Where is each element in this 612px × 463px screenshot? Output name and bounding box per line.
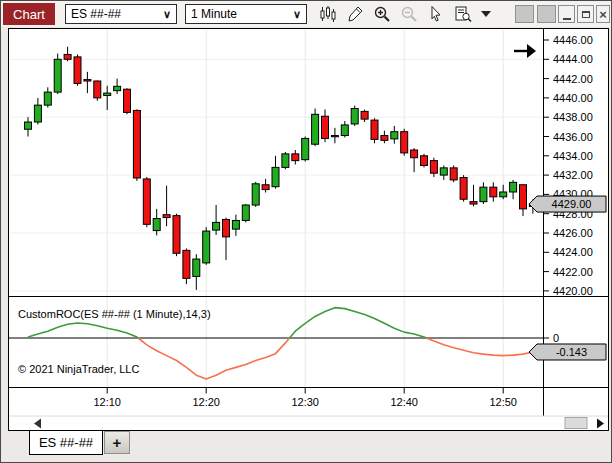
candle-body (292, 154, 299, 161)
report-button[interactable] (452, 4, 474, 24)
price-axis-label: 4420.00 (553, 285, 593, 297)
time-axis-label: 12:20 (192, 396, 220, 408)
restore-icon (582, 11, 590, 18)
close-icon: × (599, 7, 607, 22)
chevron-down-icon: ∨ (293, 8, 301, 21)
candle-body (282, 154, 289, 168)
scrollbar-thumb[interactable] (565, 418, 587, 429)
candle-body (510, 182, 517, 192)
candle-body (173, 216, 180, 254)
chart-title-label: Chart (13, 7, 45, 22)
restore-button[interactable] (577, 5, 594, 23)
candle-body (223, 219, 230, 236)
candle-body (64, 54, 71, 59)
dropdown-arrow-icon (481, 11, 491, 17)
toolbar: Chart ES ##-## ∨ 1 Minute ∨ (1, 1, 611, 27)
candle-body (203, 231, 210, 263)
candle-body (411, 150, 418, 158)
candle-body (520, 185, 527, 209)
zoom-in-button[interactable] (371, 4, 393, 24)
price-axis-label: 4436.00 (553, 131, 593, 143)
price-axis-label: 4446.00 (553, 34, 593, 46)
instrument-select[interactable]: ES ##-## ∨ (65, 4, 177, 24)
candle-body (153, 219, 160, 231)
candle-body (143, 179, 150, 224)
tab-instrument-label: ES ##-## (39, 435, 93, 450)
candle-body (490, 187, 497, 197)
candle-body (44, 92, 51, 105)
candle-body (361, 111, 368, 119)
chart-report-icon (453, 5, 473, 23)
candle-body (54, 59, 61, 92)
candle-body (470, 202, 477, 204)
price-axis-label: 4432.00 (553, 169, 593, 181)
gray-square-button[interactable] (515, 5, 534, 23)
price-axis-label: 4424.00 (553, 246, 593, 258)
candle-body (272, 167, 279, 186)
candle-body (252, 184, 259, 205)
time-axis-label: 12:10 (93, 396, 121, 408)
chart-style-button[interactable] (317, 4, 339, 24)
candle-body (430, 161, 437, 174)
time-axis-label: 12:50 (489, 396, 517, 408)
draw-button[interactable] (344, 4, 366, 24)
candle-body (440, 168, 447, 175)
candle-body (25, 122, 32, 129)
tab-instrument[interactable]: ES ##-## (29, 430, 103, 455)
time-axis-label: 12:30 (291, 396, 319, 408)
candle-body (421, 156, 428, 166)
interval-select[interactable]: 1 Minute ∨ (185, 4, 307, 24)
candle-body (341, 125, 348, 136)
candle-body (193, 259, 200, 276)
candle-body (124, 89, 131, 112)
gray-square-button[interactable] (537, 5, 556, 23)
report-dropdown-button[interactable] (479, 4, 493, 24)
copyright-text: © 2021 NinjaTrader, LLC (18, 363, 139, 375)
candle-body (331, 136, 338, 137)
candle-body (163, 215, 170, 218)
candle-body (74, 57, 81, 84)
price-axis-label: 4442.00 (553, 73, 593, 85)
candle-body (312, 114, 319, 144)
candle-body (94, 81, 101, 98)
candle-body (371, 120, 378, 139)
zoom-in-icon (373, 5, 391, 23)
candle-body (242, 205, 249, 220)
candle-body (262, 185, 269, 190)
candle-body (302, 138, 309, 159)
chart-surface[interactable]: 4446.004444.004442.004440.004438.004436.… (8, 28, 609, 431)
minimize-button[interactable] (558, 5, 575, 23)
zoom-out-button[interactable] (398, 4, 420, 24)
candle-body (500, 192, 507, 197)
candle-body (480, 187, 487, 201)
indicator-value-marker-label: -0.143 (556, 346, 587, 358)
price-axis-label: 4440.00 (553, 92, 593, 104)
candle-body (133, 110, 140, 178)
candle-body (460, 178, 467, 200)
candlestick-style-icon (319, 5, 337, 23)
add-tab-button[interactable]: + (104, 431, 130, 454)
price-axis-label: 4444.00 (553, 53, 593, 65)
cursor-button[interactable] (425, 4, 447, 24)
candle-body (322, 116, 329, 138)
candle-body (351, 109, 358, 124)
zoom-out-icon (400, 5, 418, 23)
candle-body (34, 105, 41, 122)
indicator-label: CustomROC(ES ##-## (1 Minute),14,3) (18, 308, 211, 320)
candle-body (381, 136, 388, 141)
chevron-down-icon: ∨ (163, 8, 171, 21)
candle-body (104, 93, 111, 95)
chart-title-tab[interactable]: Chart (3, 3, 55, 25)
plus-icon: + (113, 434, 122, 451)
instrument-value: ES ##-## (71, 7, 121, 21)
price-axis-label: 4438.00 (553, 111, 593, 123)
price-axis-label: 4426.00 (553, 227, 593, 239)
candle-body (401, 132, 408, 153)
close-button[interactable]: × (596, 5, 610, 23)
time-axis-label: 12:40 (390, 396, 418, 408)
indicator-zero-label: 0 (553, 332, 559, 344)
candle-body (450, 168, 457, 180)
interval-value: 1 Minute (191, 7, 237, 21)
candle-body (84, 80, 91, 81)
candle-body (213, 222, 220, 230)
